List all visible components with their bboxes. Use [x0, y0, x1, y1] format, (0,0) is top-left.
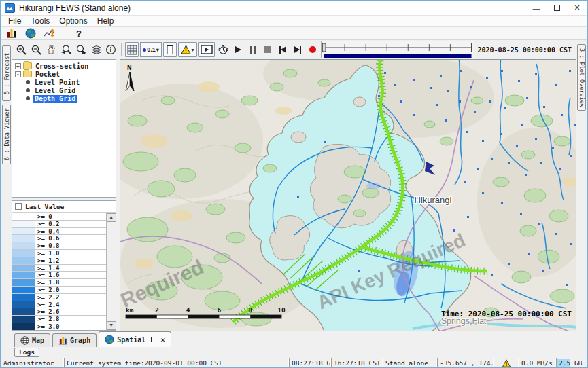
legend-label: >= 2.8: [35, 316, 116, 323]
legend-row: >= 0: [12, 213, 116, 221]
tree-node-pocket[interactable]: - Pocket: [12, 70, 116, 78]
right-tab-strip: 3 : Plot Overview: [576, 40, 588, 331]
tab-spatial-label: Spatial: [117, 336, 145, 344]
scale-bar-button[interactable]: [163, 42, 177, 57]
file-export-button[interactable]: [5, 26, 18, 41]
timer-settings-button[interactable]: [216, 42, 230, 57]
maximize-button[interactable]: [547, 1, 567, 15]
menu-tools[interactable]: Tools: [26, 16, 54, 26]
pan-button[interactable]: [44, 42, 58, 57]
step-back-button[interactable]: [276, 42, 290, 57]
main-toolbar: ?: [1, 27, 587, 40]
side-tab-forecast[interactable]: 5 : Forecast: [2, 45, 11, 101]
folder-icon: [23, 62, 32, 69]
status-system-time: Current system time:2020-09-01 00:00 CST: [64, 358, 289, 368]
side-tab-data-viewer[interactable]: 6 : Data Viewer: [2, 105, 11, 164]
left-tab-strip: 5 : Forecast 6 : Data Viewer: [1, 40, 12, 331]
tab-close-icon[interactable]: ✕: [160, 335, 165, 344]
info-button[interactable]: [104, 42, 118, 57]
grid-icon: [127, 45, 137, 55]
legend-label: >= 0.4: [35, 228, 116, 235]
grid-display-button[interactable]: [125, 42, 139, 57]
menu-options[interactable]: Options: [54, 16, 92, 26]
help-button[interactable]: ?: [73, 29, 84, 39]
stop-icon: [264, 46, 271, 53]
animation-dialog-button[interactable]: [198, 42, 215, 57]
status-coordinates: -35.657 , 174.199: [437, 358, 494, 368]
svg-text:km: km: [126, 306, 134, 314]
status-gmt-time: 08:27:18 GMT: [289, 358, 331, 368]
side-tab-plot-overview[interactable]: 3 : Plot Overview: [577, 44, 586, 111]
legend-swatch: [12, 265, 35, 272]
collapse-icon[interactable]: -: [15, 71, 21, 77]
tree-leaf-label[interactable]: Level Point: [33, 79, 81, 86]
tab-graph[interactable]: Graph: [52, 333, 97, 347]
current-time-label: 2020-08-25 00:00:00 CST: [476, 46, 574, 54]
timeseries-dialog-button[interactable]: [43, 26, 56, 41]
tree-leaf-level-grid[interactable]: Level Grid: [12, 86, 116, 94]
menu-file[interactable]: File: [3, 16, 26, 26]
legend-swatch: [12, 272, 35, 278]
record-button[interactable]: [306, 42, 319, 57]
legend-swatch: [12, 250, 35, 257]
warning-dropdown[interactable]: ▾: [178, 42, 197, 57]
zoom-in-button[interactable]: [14, 42, 28, 57]
map-viewport[interactable]: API Key Required API Key Required Hikura…: [120, 59, 576, 331]
minimize-button[interactable]: —: [526, 1, 547, 15]
scroll-down-button[interactable]: ▼: [107, 321, 116, 330]
svg-text:10: 10: [277, 306, 286, 314]
globe-icon: [105, 335, 114, 344]
tree-node-label[interactable]: Cross-section: [34, 62, 90, 70]
legend-scrollbar[interactable]: ▲ ▼: [106, 213, 116, 330]
step-forward-button[interactable]: [291, 42, 305, 57]
layers-button[interactable]: [89, 42, 103, 57]
legend-label: >= 3.0: [35, 323, 116, 330]
legend-label: >= 1.2: [35, 257, 116, 264]
wire-globe-icon: [20, 336, 29, 345]
map-display-button[interactable]: [24, 26, 37, 41]
interval-dot-icon: [143, 48, 146, 52]
grid-interval-dropdown[interactable]: 0.1 ▾: [140, 42, 162, 57]
stop-button[interactable]: [261, 42, 275, 57]
chevron-down-icon: ▾: [191, 47, 194, 53]
status-mode: Stand alone: [383, 358, 437, 368]
last-value-checkbox[interactable]: [15, 203, 22, 210]
tree-leaf-label-selected[interactable]: Depth Grid: [33, 95, 77, 103]
tree-leaf-label[interactable]: Level Grid: [33, 87, 77, 94]
legend-swatch: [12, 316, 35, 323]
svg-text:4: 4: [186, 306, 190, 314]
toolbar-separator: [121, 43, 122, 56]
play-button[interactable]: [231, 42, 245, 57]
logs-button[interactable]: Logs: [14, 348, 39, 357]
hand-icon: [46, 44, 56, 55]
legend-title: Last Value: [25, 203, 64, 210]
pause-button[interactable]: [246, 42, 260, 57]
menu-bar: FileToolsOptionsHelp: [1, 16, 587, 27]
tree-node-label[interactable]: Pocket: [34, 71, 61, 78]
zoom-out-button[interactable]: [29, 42, 43, 57]
tab-spatial[interactable]: Spatial ✕: [99, 331, 171, 347]
tab-maximize-icon[interactable]: [151, 337, 156, 342]
svg-text:6: 6: [218, 306, 222, 314]
tab-map[interactable]: Map: [14, 333, 50, 347]
scroll-up-button[interactable]: ▲: [107, 213, 116, 222]
tree-leaf-depth-grid[interactable]: Depth Grid: [12, 94, 116, 103]
time-slider[interactable]: [321, 41, 474, 58]
legend-label: >= 1.6: [35, 272, 116, 278]
legend-row: >= 1.2: [12, 257, 116, 265]
app-icon: [5, 3, 15, 13]
zoom-out-icon: [31, 44, 42, 56]
legend-swatch: [12, 221, 35, 227]
close-button[interactable]: ✕: [567, 1, 587, 15]
legend-row: >= 1.4: [12, 265, 116, 272]
status-warning-cell[interactable]: [494, 358, 519, 368]
legend-header: Last Value: [12, 201, 116, 213]
svg-text:2: 2: [155, 306, 159, 314]
legend-swatch: [12, 242, 35, 249]
zoom-previous-button[interactable]: [59, 42, 73, 57]
tree-leaf-level-point[interactable]: Level Point: [12, 78, 116, 86]
zoom-next-button[interactable]: [74, 42, 88, 57]
menu-help[interactable]: Help: [92, 16, 119, 26]
expand-icon[interactable]: +: [15, 63, 21, 69]
status-data-rate: 0.0 MB/s: [519, 358, 556, 368]
